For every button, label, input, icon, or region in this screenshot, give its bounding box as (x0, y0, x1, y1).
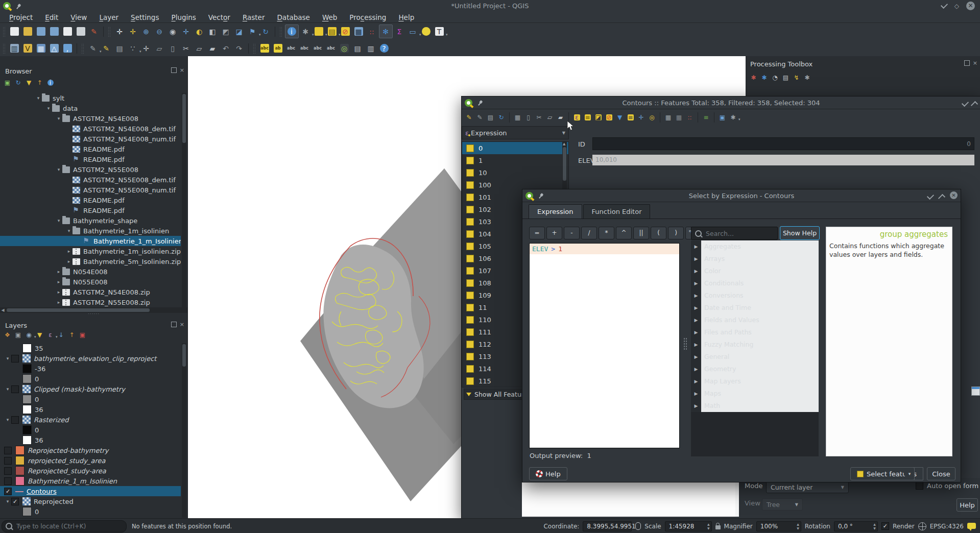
render-checkbox[interactable]: ✓ (881, 522, 889, 530)
pan-to-selection-icon[interactable]: ✛ (636, 112, 647, 123)
layer-labeling-pin-icon[interactable]: ab (272, 42, 284, 55)
op-equals[interactable]: = (529, 227, 545, 239)
function-group-item[interactable]: ▶ Conditionals (691, 277, 819, 289)
auto-open-form-checkbox[interactable] (916, 482, 923, 490)
function-group-item[interactable]: ▶ Date and Time (691, 302, 819, 314)
chevron-right-icon[interactable]: ▶ (691, 240, 701, 253)
feature-item[interactable]: 0 (462, 142, 568, 154)
expression-editor[interactable]: ELEV > 1 (529, 243, 680, 448)
text-annotation-icon[interactable]: T ▾ (433, 25, 446, 38)
zoom-next-icon[interactable]: ◪ (233, 25, 246, 38)
layer-checkbox[interactable] (11, 416, 19, 424)
menu-view[interactable]: View (64, 13, 93, 21)
menu-settings[interactable]: Settings (125, 13, 165, 21)
function-group-item[interactable]: ▶ Arrays (691, 253, 819, 265)
layer-item[interactable]: Reprojected-bathymetry (0, 445, 181, 455)
layer-checkbox[interactable]: ✓ (4, 488, 12, 495)
new-bookmark-icon[interactable]: ⚑ ▾ (246, 25, 259, 38)
chevron-right-icon[interactable]: ▶ (691, 375, 701, 387)
layer-item[interactable]: reprojected_study_area (0, 455, 181, 466)
function-group-item[interactable]: ▶ Conversions (691, 289, 819, 302)
zoom-last-icon[interactable]: ◩ (220, 25, 232, 38)
deselect-all-icon[interactable]: ⊘ (604, 112, 614, 123)
dialog-help-button[interactable]: Help (529, 467, 567, 480)
save-layer-edits-icon[interactable]: ▤ (113, 42, 126, 55)
zoom-to-layer-icon[interactable]: ◧ (206, 25, 219, 38)
layers-close-icon[interactable]: × (180, 322, 184, 327)
select-features-dropdown[interactable] (905, 467, 915, 480)
chevron-right-icon[interactable]: ▶ (691, 387, 701, 400)
attr-copy-icon[interactable]: ▱ (545, 112, 555, 123)
pan-map-icon[interactable]: ✛ (113, 25, 126, 38)
crs-globe-icon[interactable] (918, 522, 926, 530)
remove-layer-icon[interactable]: ▣ (78, 330, 88, 340)
layer-checkbox[interactable] (4, 447, 12, 454)
browser-item[interactable]: ASTGTM2_N55E008_num.tif (0, 185, 181, 195)
browser-close-icon[interactable]: × (180, 68, 184, 72)
function-group-item[interactable]: ▶ Aggregates (691, 240, 819, 253)
dialog-close-button[interactable]: Close (927, 467, 955, 480)
browser-item[interactable]: ▾ ASTGTM2_N55E008 (0, 164, 181, 175)
identify-panel-resize-strip[interactable] (735, 478, 739, 517)
label-toolbar-icon-4[interactable]: abc (298, 42, 311, 55)
chevron-right-icon[interactable]: ▶ (691, 338, 701, 351)
toggle-editing-icon[interactable]: ✎ (100, 42, 113, 55)
function-search-input[interactable] (705, 229, 768, 238)
field-id-input[interactable]: 0 (592, 137, 974, 150)
layer-checkbox[interactable] (11, 355, 19, 362)
chevron-right-icon[interactable]: ▶ (691, 326, 701, 338)
browser-item[interactable]: ▾ sylt (0, 93, 181, 103)
browser-item[interactable]: ▸ N054E008 (0, 266, 181, 277)
menu-processing[interactable]: Processing (343, 13, 392, 21)
save-project-icon[interactable] (35, 25, 47, 38)
shade-icon[interactable] (927, 192, 934, 199)
edit-in-place-icon[interactable]: ↯ (792, 72, 802, 83)
attr-settings-icon[interactable]: ✱ ▾ (728, 112, 738, 123)
menu-plugins[interactable]: Plugins (165, 13, 202, 21)
delete-selected-icon[interactable]: ▯ (166, 42, 179, 55)
processing-wrench-icon[interactable]: ✱ (749, 72, 759, 83)
dock-splitter[interactable]: ······ (0, 310, 187, 318)
layer-item[interactable]: 0 (0, 506, 181, 517)
processing-results-icon[interactable]: ▤ (781, 72, 791, 83)
browser-float-icon[interactable] (171, 67, 177, 73)
new-layout-icon[interactable]: ▤ (351, 42, 364, 55)
op-multiply[interactable]: * (599, 227, 614, 239)
lock-scale-icon[interactable] (715, 525, 721, 529)
browser-item[interactable]: README.pdf (0, 144, 181, 154)
rotation-input[interactable]: 0,0 ° (834, 521, 878, 531)
browser-item[interactable]: README.pdf (0, 195, 181, 205)
conditional-formatting-icon[interactable]: ≡ (701, 112, 711, 123)
select-all-icon[interactable]: ≡ (583, 112, 593, 123)
undo-icon[interactable]: ↶ (220, 42, 232, 55)
messages-icon[interactable] (967, 523, 976, 529)
browser-item[interactable]: ▸ ASTGTM2_N54E008.zip (0, 287, 181, 297)
feature-item[interactable]: 1 (462, 154, 568, 166)
field-calculator-icon[interactable]: :: (366, 25, 378, 38)
browser-item[interactable]: ▸ N055E008 (0, 277, 181, 287)
filter-browser-icon[interactable]: ▼ (24, 78, 34, 88)
layer-checkbox[interactable] (4, 467, 12, 475)
project-properties-icon[interactable] (75, 25, 87, 38)
label-toolbar-icon-3[interactable]: abc (285, 42, 298, 55)
layer-item[interactable]: ▾ bathymetrie_elevation_clip_reproject (0, 353, 181, 364)
function-group-item[interactable]: ▶ Fuzzy Matching (691, 338, 819, 351)
attribute-table-titlebar[interactable]: Contours :: Features Total: 358, Filtere… (462, 96, 980, 109)
layer-checkbox[interactable]: ✓ (11, 498, 19, 505)
redo-icon[interactable]: ↷ (233, 42, 246, 55)
zoom-full-icon[interactable]: ✛ (180, 25, 193, 38)
statistical-summary-icon[interactable]: Σ (393, 25, 406, 38)
browser-item[interactable]: ASTGTM2_N54E008_num.tif (0, 134, 181, 144)
zoom-to-selection-icon[interactable]: ◎ (647, 112, 657, 123)
docked-panel-tab-icon[interactable] (971, 386, 980, 396)
layer-item[interactable]: 0 (0, 425, 181, 435)
locate-search[interactable] (2, 520, 127, 532)
toolbar-grip[interactable] (3, 43, 6, 54)
dialog-close-icon[interactable]: ✕ (950, 191, 958, 199)
toolbar-grip[interactable] (253, 43, 256, 54)
shade-icon[interactable] (962, 99, 969, 106)
refresh-browser-icon[interactable]: ↻ (13, 78, 23, 88)
menu-raster[interactable]: Raster (236, 13, 271, 21)
toolbar-grip[interactable] (3, 27, 6, 37)
pan-to-selection-icon[interactable]: ✛ (127, 25, 139, 38)
